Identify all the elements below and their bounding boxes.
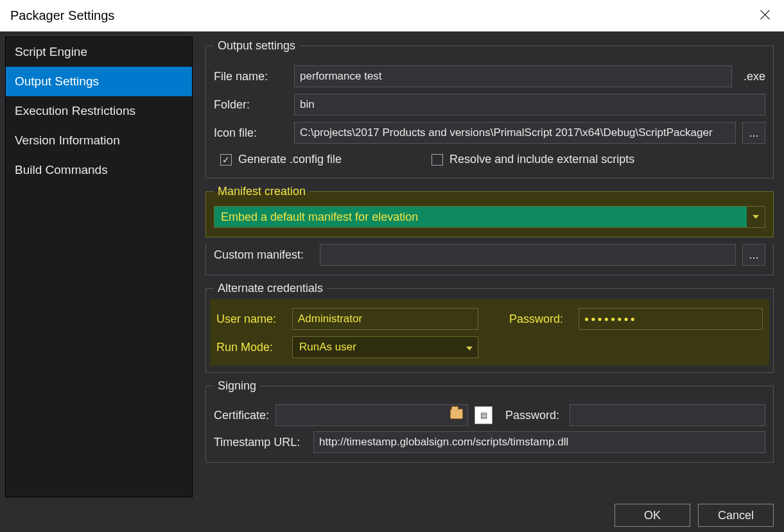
password-label: Password: — [509, 313, 567, 326]
icon-file-label: Icon file: — [214, 126, 288, 140]
runmode-value: RunAs user — [299, 341, 356, 354]
sidebar-item-execution-restrictions[interactable]: Execution Restrictions — [6, 96, 192, 126]
file-name-input[interactable] — [294, 65, 732, 87]
chevron-down-icon — [466, 341, 473, 354]
manifest-dropdown[interactable]: Embed a default manifest for elevation — [214, 206, 765, 228]
icon-file-browse-button[interactable]: ... — [742, 122, 765, 144]
timestamp-label: Timestamp URL: — [214, 436, 307, 449]
folder-input[interactable] — [294, 94, 765, 116]
window-title: Packager Settings — [10, 8, 114, 23]
main-area: Script Engine Output Settings Execution … — [5, 37, 779, 497]
manifest-dropdown-value: Embed a default manifest for elevation — [221, 210, 418, 224]
folder-label: Folder: — [214, 98, 288, 112]
sidebar-item-output-settings[interactable]: Output Settings — [6, 67, 192, 96]
app-body: Script Engine Output Settings Execution … — [0, 31, 784, 532]
file-name-label: File name: — [214, 70, 288, 83]
custom-manifest-browse-button[interactable]: ... — [742, 244, 765, 266]
custom-manifest-input[interactable] — [320, 244, 736, 266]
username-input[interactable] — [292, 308, 478, 330]
certificate-input[interactable] — [275, 404, 468, 426]
generate-config-checkbox[interactable]: ✓ Generate .config file — [220, 153, 342, 166]
signing-legend: Signing — [214, 379, 260, 393]
alternate-credentials-group: Alternate credentials User name: Passwor… — [205, 282, 774, 373]
dialog-footer: OK Cancel — [5, 502, 779, 527]
password-value: ●●●●●●●● — [584, 314, 637, 323]
certificate-label: Certificate: — [214, 409, 269, 422]
manifest-legend: Manifest creation — [214, 185, 309, 198]
folder-icon[interactable] — [450, 409, 463, 422]
output-settings-group: Output settings File name: .exe Folder: … — [205, 39, 774, 178]
signing-password-input[interactable] — [570, 404, 765, 426]
icon-file-input[interactable] — [294, 122, 736, 144]
runmode-dropdown[interactable]: RunAs user — [292, 336, 478, 358]
chevron-down-icon — [747, 207, 765, 227]
signing-group: Signing Certificate: ▤ Password: Timesta… — [205, 379, 774, 463]
sidebar-item-version-information[interactable]: Version Information — [6, 126, 192, 155]
unchecked-icon — [431, 154, 443, 166]
ok-button[interactable]: OK — [614, 504, 690, 527]
signing-password-label: Password: — [505, 409, 563, 422]
close-icon[interactable] — [760, 9, 771, 21]
check-icon: ✓ — [220, 154, 232, 166]
file-name-suffix: .exe — [744, 70, 765, 83]
sidebar: Script Engine Output Settings Execution … — [5, 37, 193, 497]
username-label: User name: — [216, 313, 281, 326]
generate-config-label: Generate .config file — [238, 153, 342, 166]
custom-manifest-label: Custom manifest: — [214, 248, 313, 262]
titlebar: Packager Settings — [0, 0, 784, 31]
cancel-button[interactable]: Cancel — [698, 504, 774, 527]
certificate-picker-button[interactable]: ▤ — [475, 406, 492, 424]
credentials-legend: Alternate credentials — [214, 282, 327, 295]
output-settings-legend: Output settings — [214, 39, 299, 53]
content-panel: Output settings File name: .exe Folder: … — [205, 37, 779, 497]
sidebar-item-script-engine[interactable]: Script Engine — [6, 37, 192, 67]
password-input[interactable]: ●●●●●●●● — [579, 308, 763, 330]
sidebar-item-build-commands[interactable]: Build Commands — [6, 155, 192, 185]
resolve-scripts-label: Resolve and include external scripts — [449, 153, 634, 166]
manifest-creation-group: Manifest creation Embed a default manife… — [205, 185, 774, 237]
runmode-label: Run Mode: — [216, 341, 281, 354]
timestamp-input[interactable] — [313, 431, 765, 453]
resolve-scripts-checkbox[interactable]: Resolve and include external scripts — [431, 153, 634, 166]
